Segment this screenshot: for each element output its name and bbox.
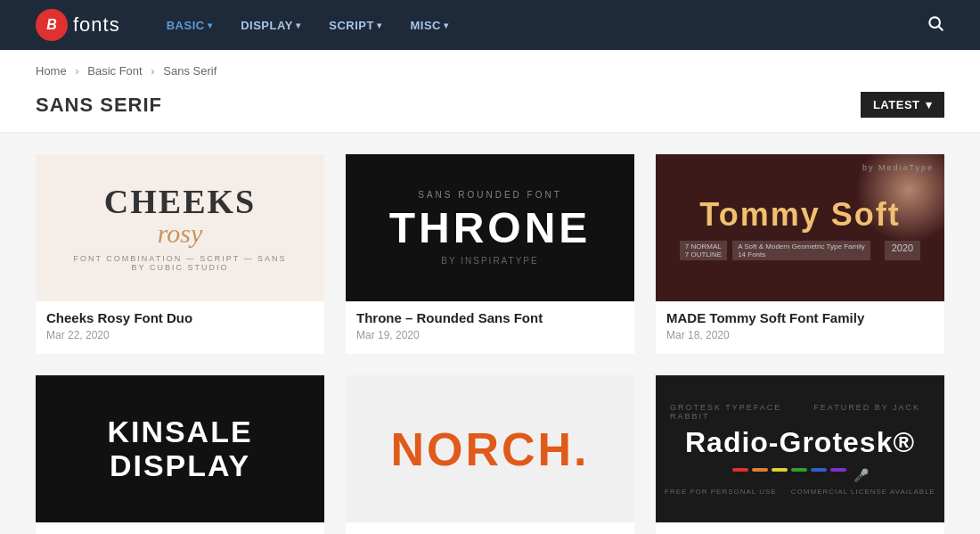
breadcrumb-sep: › [151,64,154,78]
badge-normal: 7 NORMAL7 OUTLINE [680,241,727,260]
preview-radio-colorbar: 🎤 [732,468,869,482]
font-card-1[interactable]: CHEEKS rosy FONT COMBINATION — SCRIPT — … [36,154,324,354]
nav-basic[interactable]: BASIC ▾ [156,13,223,37]
font-card-info-1: Cheeks Rosy Font Duo Mar 22, 2020 [36,301,324,354]
font-card-3[interactable]: by MediaType Tommy Soft 7 NORMAL7 OUTLIN… [656,154,944,354]
font-title-2: Throne – Rounded Sans Font [356,310,624,325]
color-orange [752,468,768,472]
page-title-area: SANS SERIF LATEST ▾ [0,85,980,133]
preview-text-cheeks-main: CHEEKS [104,185,256,218]
preview-text-throne-main: THRONE [389,203,592,252]
font-card-2[interactable]: SANS ROUNDED FONT THRONE BY INSPIRATYPE … [346,154,634,354]
chevron-down-icon: ▾ [208,21,213,30]
preview-text-throne-sub: SANS ROUNDED FONT [418,190,562,200]
chevron-down-icon: ▾ [926,98,933,111]
logo-icon: B [36,9,68,41]
breadcrumb-basic-font[interactable]: Basic Font [87,64,142,78]
font-date-3: Mar 18, 2020 [666,329,934,341]
font-preview-cheeks: CHEEKS rosy FONT COMBINATION — SCRIPT — … [36,154,324,301]
breadcrumb-current: Sans Serif [163,64,216,78]
chevron-down-icon: ▾ [296,21,301,30]
nav-misc[interactable]: MISC ▾ [399,13,459,37]
font-preview-throne: SANS ROUNDED FONT THRONE BY INSPIRATYPE [346,154,634,301]
font-card-info-6: Radio Grotesk Font Family Mar 17, 2020 [656,522,944,534]
color-purple [830,468,846,472]
chevron-down-icon: ▾ [444,21,449,30]
badge-year: 2020 [885,241,920,260]
font-card-5[interactable]: NORCH. Norch Sans Serif Font Mar 17, 202… [346,375,634,534]
preview-text-throne-by: BY INSPIRATYPE [441,256,538,266]
font-title-1: Cheeks Rosy Font Duo [46,310,314,325]
font-title-3: MADE Tommy Soft Font Family [666,310,934,325]
font-date-1: Mar 22, 2020 [46,329,314,341]
sort-button[interactable]: LATEST ▾ [861,92,944,118]
main-nav: BASIC ▾ DISPLAY ▾ SCRIPT ▾ MISC ▾ [156,13,927,37]
font-grid: CHEEKS rosy FONT COMBINATION — SCRIPT — … [36,154,944,534]
page-title: SANS SERIF [36,94,162,117]
logo[interactable]: B fonts [36,9,120,41]
main-content: CHEEKS rosy FONT COMBINATION — SCRIPT — … [0,133,980,534]
preview-text-cheeks-sub: FONT COMBINATION — SCRIPT — SANSBY CUBIC… [73,254,286,272]
preview-tommy-badges: 7 NORMAL7 OUTLINE A Soft & Modern Geomet… [680,241,920,260]
svg-point-0 [929,17,940,28]
preview-tommy-main: Tommy Soft [699,196,900,234]
color-yellow [772,468,788,472]
svg-line-1 [939,26,943,30]
breadcrumb-sep: › [75,64,78,78]
font-preview-radio: GROTESK TYPEFACE FEATURED BY JACK RABBIT… [656,375,944,522]
font-card-info-3: MADE Tommy Soft Font Family Mar 18, 2020 [656,301,944,354]
breadcrumb-home[interactable]: Home [36,64,67,78]
font-card-info-5: Norch Sans Serif Font Mar 17, 2020 [346,522,634,534]
color-green [791,468,807,472]
preview-kinsale-main: KINSALEDISPLAY [107,415,252,482]
search-button[interactable] [927,14,944,37]
font-card-info-2: Throne – Rounded Sans Font Mar 19, 2020 [346,301,634,354]
font-preview-tommy: by MediaType Tommy Soft 7 NORMAL7 OUTLIN… [656,154,944,301]
logo-text: fonts [73,13,120,37]
preview-text-cheeks-script: rosy [158,218,203,249]
badge-desc: A Soft & Modern Geometric Type Family14 … [732,241,870,260]
font-card-4[interactable]: KINSALEDISPLAY Kinsale Display Font Mar … [36,375,324,534]
nav-script[interactable]: SCRIPT ▾ [318,13,392,37]
breadcrumb: Home › Basic Font › Sans Serif [0,50,980,85]
font-card-info-4: Kinsale Display Font Mar 17, 2020 [36,522,324,534]
preview-radio-grotesk-label: GROTESK TYPEFACE FEATURED BY JACK RABBIT [656,403,944,421]
preview-tommy-by: by MediaType [862,163,934,172]
chevron-down-icon: ▾ [377,21,382,30]
color-red [732,468,748,472]
mic-icon: 🎤 [853,468,869,482]
font-card-6[interactable]: GROTESK TYPEFACE FEATURED BY JACK RABBIT… [656,375,944,534]
nav-display[interactable]: DISPLAY ▾ [230,13,311,37]
color-blue [811,468,827,472]
preview-radio-main: Radio-Grotesk® [685,426,915,459]
preview-norch-main: NORCH. [390,423,589,476]
font-date-2: Mar 19, 2020 [356,329,624,341]
font-preview-norch: NORCH. [346,375,634,522]
header: B fonts BASIC ▾ DISPLAY ▾ SCRIPT ▾ MISC … [0,0,980,50]
font-preview-kinsale: KINSALEDISPLAY [36,375,324,522]
preview-radio-free: FREE FOR PERSONAL USE COMMERCIAL LICENSE… [665,488,935,496]
